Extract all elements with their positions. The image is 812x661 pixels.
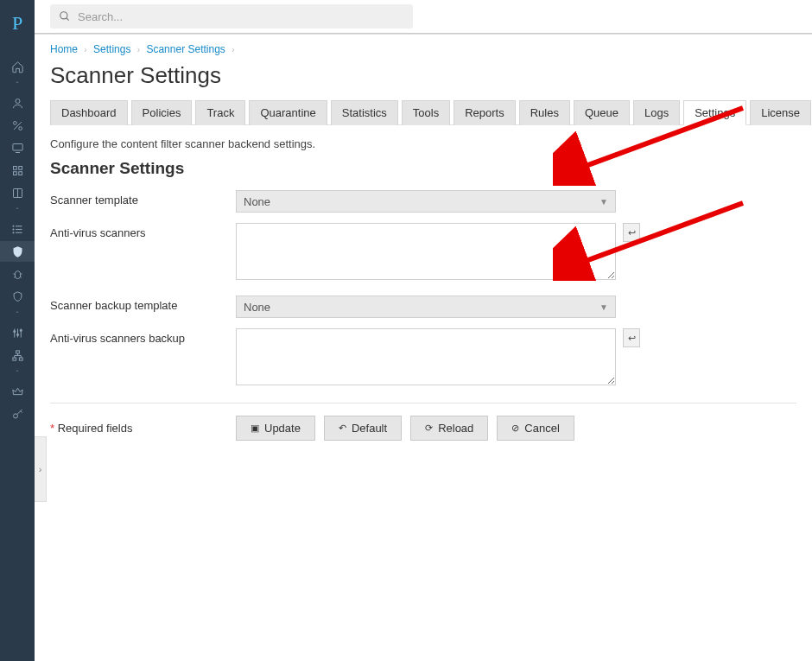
svg-rect-8 — [13, 171, 16, 175]
tab-logs[interactable]: Logs — [633, 100, 680, 125]
collapse-icon-4[interactable]: ˆ — [0, 367, 35, 379]
section-title: Scanner Settings — [50, 159, 796, 178]
default-button-label: Default — [352, 422, 387, 435]
svg-point-2 — [18, 126, 22, 130]
svg-line-20 — [20, 273, 22, 274]
cancel-button-label: Cancel — [524, 422, 559, 435]
reset-antivirus-backup-button[interactable]: ↩ — [623, 328, 640, 347]
row-scanner-template: Scanner template None ▼ — [50, 190, 796, 213]
breadcrumb-scanner[interactable]: Scanner Settings — [146, 43, 225, 55]
svg-point-0 — [16, 99, 20, 103]
crown-icon[interactable] — [0, 381, 35, 402]
svg-rect-4 — [12, 143, 22, 150]
tab-policies[interactable]: Policies — [131, 100, 193, 125]
svg-point-18 — [15, 270, 20, 278]
svg-line-3 — [14, 122, 22, 130]
search-box[interactable] — [50, 4, 413, 29]
tab-license[interactable]: License — [750, 100, 811, 125]
svg-line-38 — [20, 410, 22, 412]
cancel-button[interactable]: ⊘ Cancel — [497, 416, 574, 441]
breadcrumb: Home › Settings › Scanner Settings › — [50, 43, 796, 55]
caret-down-icon: ▼ — [599, 197, 608, 207]
breadcrumb-sep: › — [84, 45, 86, 54]
main-content: Home › Settings › Scanner Settings › Sca… — [35, 35, 812, 449]
monitor-icon[interactable] — [0, 137, 35, 158]
apps-icon[interactable] — [0, 160, 35, 181]
list-icon[interactable] — [0, 219, 35, 239]
textarea-antivirus-backup[interactable] — [236, 328, 616, 385]
sliders-icon[interactable] — [0, 322, 35, 343]
svg-point-15 — [12, 226, 14, 227]
divider — [50, 403, 796, 404]
svg-point-39 — [60, 12, 67, 19]
svg-rect-7 — [18, 166, 22, 169]
user-icon[interactable] — [0, 92, 35, 113]
label-antivirus: Anti-virus scanners — [50, 223, 236, 239]
collapse-icon-3[interactable]: ˆ — [0, 308, 35, 321]
page-title: Scanner Settings — [50, 62, 796, 89]
tree-icon[interactable] — [0, 345, 35, 365]
bug-icon[interactable] — [0, 264, 35, 284]
shield-alt-icon[interactable] — [0, 286, 35, 307]
reload-button-label: Reload — [438, 422, 473, 435]
footer-row: * Required fields ▣ Update ↶ Default ⟳ R… — [50, 416, 796, 441]
collapse-icon-2[interactable]: ˆ — [0, 205, 35, 217]
svg-rect-29 — [16, 350, 19, 353]
svg-rect-9 — [18, 171, 22, 175]
tab-reports[interactable]: Reports — [454, 100, 516, 125]
shield-icon[interactable] — [0, 241, 35, 262]
update-button[interactable]: ▣ Update — [236, 416, 315, 441]
select-backup-template-value: None — [244, 301, 270, 314]
breadcrumb-sep: › — [137, 45, 140, 54]
required-label: Required fields — [58, 422, 133, 435]
svg-point-26 — [13, 330, 16, 333]
svg-point-16 — [12, 228, 14, 230]
default-button[interactable]: ↶ Default — [324, 416, 402, 441]
book-icon[interactable] — [0, 182, 35, 203]
reload-button[interactable]: ⟳ Reload — [410, 416, 488, 441]
tab-track[interactable]: Track — [195, 100, 245, 125]
select-backup-template[interactable]: None ▼ — [236, 296, 616, 318]
search-input[interactable] — [78, 10, 404, 23]
reload-icon: ⟳ — [425, 423, 433, 434]
description: Configure the content filter scanner bac… — [50, 137, 796, 150]
undo-icon: ↶ — [339, 423, 346, 434]
tab-dashboard[interactable]: Dashboard — [50, 100, 128, 125]
svg-line-40 — [67, 18, 69, 21]
logo: P — [12, 12, 22, 35]
tab-statistics[interactable]: Statistics — [331, 100, 398, 125]
textarea-antivirus[interactable] — [236, 223, 616, 280]
required-note: * Required fields — [50, 422, 236, 435]
svg-rect-30 — [12, 358, 16, 360]
percent-icon[interactable] — [0, 115, 35, 136]
label-scanner-template: Scanner template — [50, 190, 236, 207]
svg-point-17 — [12, 232, 14, 233]
breadcrumb-sep: › — [232, 45, 234, 54]
cancel-icon: ⊘ — [511, 423, 519, 434]
svg-line-19 — [13, 273, 16, 274]
tab-settings[interactable]: Settings — [683, 100, 746, 125]
required-asterisk: * — [50, 422, 54, 435]
reset-antivirus-button[interactable]: ↩ — [623, 223, 640, 242]
tab-quarantine[interactable]: Quarantine — [249, 100, 327, 125]
save-icon: ▣ — [251, 423, 259, 434]
tab-rules[interactable]: Rules — [519, 100, 570, 125]
select-scanner-template-value: None — [244, 195, 270, 208]
row-antivirus-backup: Anti-virus scanners backup ↩ — [50, 328, 796, 385]
breadcrumb-home[interactable]: Home — [50, 43, 78, 55]
tab-tools[interactable]: Tools — [402, 100, 450, 125]
svg-point-28 — [20, 329, 22, 332]
select-scanner-template[interactable]: None ▼ — [236, 190, 616, 213]
search-icon — [59, 10, 71, 22]
svg-rect-31 — [19, 358, 22, 360]
key-icon[interactable] — [0, 404, 35, 424]
sidebar-collapse-handle[interactable]: › — [35, 436, 47, 502]
tabbar: DashboardPoliciesTrackQuarantineStatisti… — [50, 99, 796, 125]
collapse-icon-1[interactable]: ˆ — [0, 79, 35, 91]
topbar — [35, 0, 812, 33]
home-icon[interactable] — [0, 56, 35, 77]
breadcrumb-settings[interactable]: Settings — [93, 43, 130, 55]
tab-queue[interactable]: Queue — [574, 100, 630, 125]
update-button-label: Update — [264, 422, 301, 435]
label-backup-template: Scanner backup template — [50, 296, 236, 312]
